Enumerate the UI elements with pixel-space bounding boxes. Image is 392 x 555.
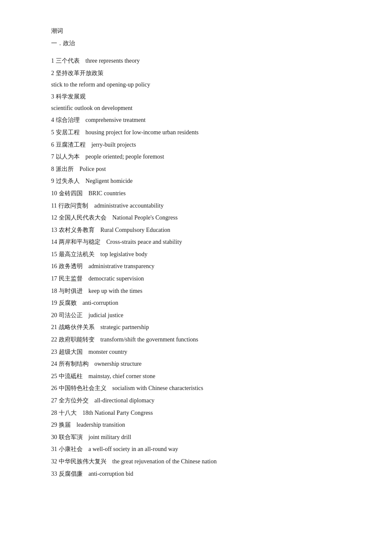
entry-chinese: 中流砥柱 [59,373,83,379]
entry-chinese: 换届 [59,422,71,428]
entry-chinese: 政务透明 [59,263,83,269]
entry-number: 31 [51,446,59,452]
entry-chinese: 三个代表 [56,58,80,64]
entry-chinese: 所有制结构 [59,361,89,367]
entry-english: the great rejuvenation of the Chinese na… [112,458,217,465]
entry-english: housing project for low-income urban res… [86,129,199,136]
list-item: 23 超级大国 monster country [51,347,341,358]
entry-chinese: 坚持改革开放政策 [56,70,104,76]
entry-english: democratic supervision [89,275,144,282]
entry-english: top legislative body [101,251,147,257]
entry-english: all-directional diplomacy [95,397,155,404]
entry-number: 22 [51,336,59,343]
entry-number: 24 [51,361,59,367]
entry-number: 17 [51,275,59,282]
section-title: 一．政治 [51,38,341,49]
entry-chinese: 战略伙伴关系 [59,324,95,330]
list-item: 1 三个代表 three represents theory [51,55,341,67]
entry-chinese: 联合军演 [59,434,83,440]
entry-number: 6 [51,142,56,148]
entry-english: 18th National Party Congress [83,410,153,416]
list-item: 12 全国人民代表大会 National People's Congress [51,212,341,224]
entry-chinese: 豆腐渣工程 [56,142,86,148]
entry-number: 20 [51,312,59,318]
entry-number: 8 [51,166,56,172]
list-item: 31 小康社会 a well-off society in an all-rou… [51,444,341,455]
entry-english: three represents theory [86,58,140,64]
entry-chinese: 农村义务教育 [59,227,95,233]
entry-number: 16 [51,263,59,269]
list-item: 30 联合军演 joint military drill [51,432,341,443]
entry-number: 11 [51,202,58,209]
entry-chinese: 反腐倡廉 [59,471,83,477]
list-item: 28 十八大 18th National Party Congress [51,408,341,419]
entry-number: 13 [51,227,59,233]
entry-english: transform/shift the government functions [101,336,199,343]
entry-english: BRIC countries [89,190,126,197]
entry-chinese: 全方位外交 [59,397,89,404]
entry-number: 10 [51,190,59,197]
page-container: 潮词 一．政治 1 三个代表 three represents theory2 … [51,26,341,480]
list-item: 16 政务透明 administrative transparency [51,261,341,272]
list-item: 3 科学发展观scientific outlook on development [51,91,341,114]
entry-number: 29 [51,422,59,428]
list-item: 5 安居工程 housing project for low-income ur… [51,127,341,139]
entry-chinese: 中国特色社会主义 [59,385,107,391]
list-item: 19 反腐败 anti-corruption [51,298,341,309]
entry-chinese: 全国人民代表大会 [59,214,107,221]
list-item: 29 换届 leadership transition [51,419,341,431]
list-item: 10 金砖四国 BRIC countries [51,188,341,199]
entry-chinese: 小康社会 [59,446,83,452]
entry-chinese: 十八大 [59,410,77,416]
entry-number: 1 [51,58,56,64]
entry-number: 19 [51,300,59,306]
entry-english: anti-corruption bid [89,471,133,477]
entry-chinese: 派出所 [56,166,74,172]
entry-english: joint military drill [89,434,131,440]
entry-chinese: 中华民族伟大复兴 [59,458,107,465]
entry-number: 18 [51,288,59,294]
entry-english: Negligent homicide [86,178,133,184]
entry-number: 9 [51,178,56,184]
entry-number: 33 [51,471,59,477]
entry-english: judicial justice [89,312,124,318]
entry-english: administrative transparency [89,263,155,269]
entry-english: Cross-straits peace and stability [107,239,182,245]
entry-number: 4 [51,117,56,123]
entry-chinese: 行政问责制 [58,202,88,209]
entries-list: 1 三个代表 three represents theory2 坚持改革开放政策… [51,55,341,480]
entry-english: leadership transition [77,422,125,428]
entry-chinese: 民主监督 [59,275,83,282]
entry-number: 25 [51,373,59,379]
entry-chinese: 综合治理 [56,117,80,123]
entry-chinese: 金砖四国 [59,190,83,197]
entry-chinese: 两岸和平与稳定 [59,239,101,245]
entry-number: 5 [51,129,56,136]
list-item: 8 派出所 Police post [51,164,341,175]
entry-chinese: 反腐败 [59,300,77,306]
entry-chinese: 以人为本 [56,153,80,160]
entry-number: 32 [51,458,59,465]
list-item: 20 司法公正 judicial justice [51,310,341,321]
entry-number: 12 [51,214,59,221]
list-item: 13 农村义务教育 Rural Compulsory Education [51,225,341,236]
entry-english: administrative accountability [94,202,164,209]
entry-number: 14 [51,239,59,245]
list-item: 11 行政问责制 administrative accountability [51,200,341,212]
entry-number: 27 [51,397,59,404]
entry-number: 15 [51,251,59,257]
entry-english: people oriented; people foremost [86,153,164,160]
entry-english: anti-corruption [83,300,118,306]
list-item: 15 最高立法机关 top legislative body [51,249,341,260]
list-item: 33 反腐倡廉 anti-corruption bid [51,468,341,480]
entry-english: scientific outlook on development [51,105,133,111]
list-item: 24 所有制结构 ownership structure [51,358,341,370]
page-title: 潮词 [51,26,341,36]
list-item: 25 中流砥柱 mainstay, chief corner stone [51,371,341,382]
list-item: 9 过失杀人 Negligent homicide [51,176,341,187]
entry-number: 30 [51,434,59,440]
list-item: 6 豆腐渣工程 jerry-built projects [51,139,341,151]
entry-chinese: 过失杀人 [56,178,80,184]
list-item: 32 中华民族伟大复兴 the great rejuvenation of th… [51,456,341,468]
entry-number: 28 [51,410,59,416]
